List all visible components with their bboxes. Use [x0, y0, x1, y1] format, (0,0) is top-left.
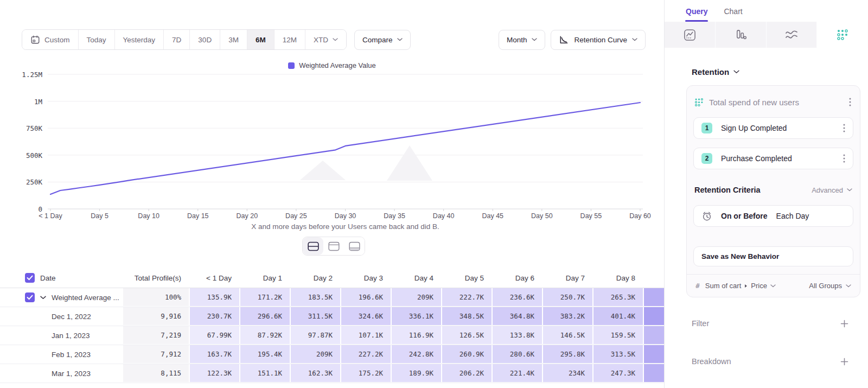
column-header: Day 6: [492, 274, 542, 282]
retention-value-cell: 151.1K: [239, 364, 290, 383]
row-expander[interactable]: [40, 296, 46, 300]
breakdown-label: Breakdown: [692, 357, 840, 366]
hash-icon: #: [695, 282, 700, 290]
date-range-30d[interactable]: 30D: [190, 30, 220, 49]
save-as-new-behavior-button[interactable]: Save as New Behavior: [693, 246, 853, 266]
retention-value-cell: 209K: [290, 345, 340, 364]
table-row[interactable]: Jan 1, 20237,21967.99K87.92K97.87K107.1K…: [0, 326, 664, 345]
date-range-custom[interactable]: Custom: [22, 30, 79, 49]
chart-legend[interactable]: Weighted Average Value: [0, 61, 664, 69]
retention-section-dropdown[interactable]: Retention: [692, 67, 739, 77]
table-row[interactable]: Dec 1, 20229,916230.7K296.6K311.5K324.6K…: [0, 307, 664, 326]
date-range-12m[interactable]: 12M: [275, 30, 305, 49]
tab-retention[interactable]: [817, 22, 868, 48]
retention-value-cell: 87.92K: [239, 326, 290, 345]
x-tick-label: Day 55: [580, 212, 602, 220]
retention-value-cell: 295.8K: [542, 345, 592, 364]
date-range-3m[interactable]: 3M: [220, 30, 247, 49]
behavior-step-2[interactable]: 2 Purchase Completed: [693, 148, 853, 169]
y-tick-label: 250K: [0, 178, 42, 186]
filter-section[interactable]: Filter: [692, 319, 848, 328]
retention-value-cell: 247.3K: [592, 364, 643, 383]
tab-funnels[interactable]: [716, 22, 767, 48]
chart-style-dropdown[interactable]: Retention Curve: [551, 30, 646, 50]
date-range-7d[interactable]: 7D: [164, 30, 190, 49]
table-view-toggle[interactable]: [344, 237, 365, 255]
all-groups-dropdown[interactable]: All Groups: [809, 282, 851, 290]
row-label: Dec 1, 2022: [52, 313, 91, 321]
retention-value-cell: 126.5K: [441, 326, 492, 345]
next-column-sliver: [643, 288, 664, 307]
measure-property-dropdown[interactable]: Sum of cart Price: [705, 282, 803, 290]
date-range-yesterday[interactable]: Yesterday: [115, 30, 164, 49]
next-column-sliver: [643, 307, 664, 326]
total-profiles-cell: 7,219: [122, 326, 189, 345]
kebab-icon: [843, 154, 845, 163]
date-range-6m[interactable]: 6M: [247, 30, 275, 49]
retention-value-cell: 195.4K: [239, 345, 290, 364]
retention-value-cell: 206.2K: [441, 364, 492, 383]
criteria-mode-dropdown[interactable]: Advanced: [812, 186, 852, 194]
save-behavior-label: Save as New Behavior: [701, 252, 779, 260]
x-tick-label: Day 10: [138, 212, 159, 220]
watermark-triangle: [300, 161, 346, 180]
criteria-value-button[interactable]: On or Before Each Day: [693, 205, 853, 227]
row-label: Mar 1, 2023: [52, 370, 91, 378]
x-tick-label: Day 5: [91, 212, 108, 220]
layout-toggle-group: [302, 237, 365, 256]
x-axis-caption: X and more days before your Users came b…: [50, 222, 640, 231]
chevron-down-icon: [333, 38, 338, 41]
table-row[interactable]: Weighted Average ...100%135.9K171.2K183.…: [0, 288, 664, 307]
date-range-label: 3M: [228, 36, 239, 44]
date-range-label: 30D: [198, 36, 212, 44]
behavior-title-row[interactable]: Total spend of new users: [693, 92, 853, 117]
all-groups-label: All Groups: [809, 282, 842, 290]
behavior-steps: 1 Sign Up Completed 2 Purchase Completed: [693, 117, 853, 169]
legend-label: Weighted Average Value: [299, 61, 376, 69]
tab-query[interactable]: Query: [685, 7, 708, 22]
date-range-label: 7D: [172, 36, 181, 44]
column-header: Date: [40, 274, 56, 282]
behavior-menu-button[interactable]: [848, 97, 852, 107]
breakdown-section[interactable]: Breakdown: [692, 357, 848, 366]
retention-value-cell: 227.2K: [340, 345, 391, 364]
chevron-down-icon: [40, 296, 46, 300]
tab-insights[interactable]: [665, 22, 716, 48]
date-range-today[interactable]: Today: [79, 30, 115, 49]
retention-value-cell: 222.7K: [441, 288, 492, 307]
table-row[interactable]: Mar 1, 20238,115122.3K151.1K162.3K175.2K…: [0, 364, 664, 383]
x-tick-label: Day 50: [531, 212, 553, 220]
granularity-dropdown[interactable]: Month: [499, 30, 546, 50]
select-all-checkbox[interactable]: [25, 273, 35, 283]
tab-flows[interactable]: [767, 22, 818, 48]
retention-value-cell: 133.8K: [492, 326, 542, 345]
row-checkbox[interactable]: [25, 292, 35, 302]
table-view-icon: [349, 241, 360, 251]
criteria-on-or-before: On or Before: [721, 212, 768, 220]
funnels-icon: [735, 29, 747, 41]
retention-value-cell: 230.7K: [189, 307, 239, 326]
criteria-mode-label: Advanced: [812, 186, 843, 194]
date-range-xtd[interactable]: XTD: [305, 30, 346, 49]
retention-value-cell: 163.7K: [189, 345, 239, 364]
series-weighted-average: [50, 103, 640, 194]
calendar-icon: [30, 35, 40, 44]
date-range-label: XTD: [314, 36, 328, 44]
step-menu-button[interactable]: [842, 123, 846, 133]
compare-label: Compare: [362, 36, 393, 44]
y-tick-label: 750K: [0, 124, 42, 132]
retention-value-cell: 234K: [542, 364, 592, 383]
section-title: Retention: [692, 67, 729, 77]
split-view-toggle[interactable]: [303, 237, 323, 255]
table-row[interactable]: Feb 1, 20237,912163.7K195.4K209K227.2K24…: [0, 345, 664, 364]
tab-chart[interactable]: Chart: [723, 7, 743, 22]
compare-button[interactable]: Compare: [354, 30, 411, 50]
split-view-icon: [308, 241, 319, 251]
arrow-right-icon: [744, 284, 748, 288]
date-range-label: Today: [87, 36, 106, 44]
chevron-down-icon: [770, 284, 776, 288]
step-menu-button[interactable]: [842, 153, 846, 164]
behavior-step-1[interactable]: 1 Sign Up Completed: [693, 117, 853, 139]
chart-view-toggle[interactable]: [323, 237, 344, 255]
retention-value-cell: 260.9K: [441, 345, 492, 364]
